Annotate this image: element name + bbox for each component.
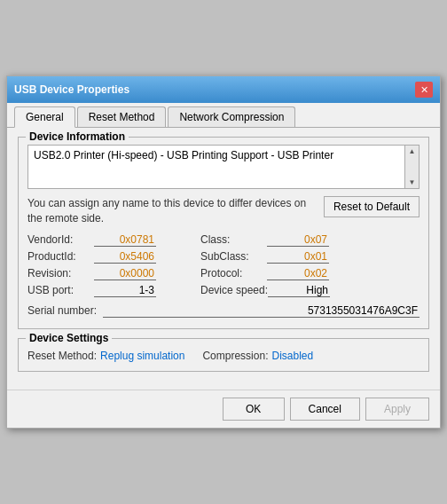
tab-content: Device Information USB2.0 Printer (Hi-sp…	[7, 128, 440, 390]
vendor-row: VendorId: 0x0781	[27, 233, 156, 247]
protocol-row: Protocol: 0x02	[200, 267, 330, 280]
title-bar: USB Device Properties ✕	[7, 76, 440, 103]
revision-label: Revision:	[27, 267, 94, 280]
fields-container: VendorId: 0x0781 ProductId: 0x5406 Revis…	[27, 233, 420, 301]
serial-label: Serial number:	[27, 304, 103, 317]
product-row: ProductId: 0x5406	[27, 250, 156, 264]
device-description: You can assign any name to this device t…	[27, 196, 324, 226]
main-window: USB Device Properties ✕ General Reset Me…	[6, 75, 441, 429]
vendor-label: VendorId:	[27, 233, 94, 246]
device-speed-value: High	[268, 284, 330, 297]
subclass-value: 0x01	[267, 250, 329, 264]
tab-network-compression[interactable]: Network Compression	[168, 106, 295, 127]
product-value: 0x5406	[94, 250, 156, 264]
tab-reset-method[interactable]: Reset Method	[77, 106, 167, 127]
vendor-value: 0x0781	[94, 233, 156, 247]
class-value: 0x07	[267, 233, 329, 247]
revision-value: 0x0000	[94, 267, 156, 280]
protocol-value: 0x02	[267, 267, 329, 280]
subclass-label: SubClass:	[200, 250, 267, 263]
reset-to-default-button[interactable]: Reset to Default	[324, 196, 420, 217]
cancel-button[interactable]: Cancel	[290, 398, 360, 421]
window-title: USB Device Properties	[14, 83, 129, 96]
settings-row: Reset Method: Replug simulation Compress…	[27, 350, 420, 362]
reset-method-item: Reset Method: Replug simulation	[27, 350, 184, 362]
left-fields: VendorId: 0x0781 ProductId: 0x5406 Revis…	[27, 233, 156, 301]
serial-row: Serial number: 5731355031476A9C3F	[27, 304, 420, 318]
tab-bar: General Reset Method Network Compression	[7, 103, 440, 128]
scrollbar[interactable]: ▲ ▼	[404, 146, 419, 188]
tab-general[interactable]: General	[14, 106, 75, 128]
right-fields: Class: 0x07 SubClass: 0x01 Protocol: 0x0…	[200, 233, 330, 301]
description-row: You can assign any name to this device t…	[27, 196, 420, 226]
product-label: ProductId:	[27, 250, 94, 263]
scroll-down-icon[interactable]: ▼	[407, 177, 418, 188]
device-info-group-label: Device Information	[26, 130, 129, 143]
subclass-row: SubClass: 0x01	[200, 250, 330, 264]
revision-row: Revision: 0x0000	[27, 267, 156, 280]
usb-port-value: 1-3	[94, 284, 156, 297]
class-label: Class:	[200, 233, 267, 246]
device-speed-row: Device speed: High	[200, 284, 330, 297]
compression-item: Compression: Disabled	[202, 350, 313, 362]
device-info-textbox: USB2.0 Printer (Hi-speed) - USB Printing…	[27, 145, 420, 189]
serial-value: 5731355031476A9C3F	[103, 304, 420, 318]
compression-label: Compression:	[202, 350, 268, 362]
device-settings-group-label: Device Settings	[26, 332, 112, 344]
reset-method-value: Replug simulation	[100, 350, 184, 362]
device-speed-label: Device speed:	[200, 284, 268, 296]
usb-port-row: USB port: 1-3	[27, 284, 156, 297]
scroll-up-icon[interactable]: ▲	[407, 146, 418, 157]
compression-value: Disabled	[271, 350, 313, 362]
ok-button[interactable]: OK	[223, 398, 285, 421]
footer: OK Cancel Apply	[7, 390, 440, 428]
device-info-group: Device Information USB2.0 Printer (Hi-sp…	[18, 137, 429, 329]
reset-method-label: Reset Method:	[27, 350, 97, 362]
close-button[interactable]: ✕	[415, 82, 433, 98]
protocol-label: Protocol:	[200, 267, 267, 280]
class-row: Class: 0x07	[200, 233, 330, 247]
device-settings-group: Device Settings Reset Method: Replug sim…	[18, 338, 429, 372]
apply-button[interactable]: Apply	[365, 398, 429, 421]
usb-port-label: USB port:	[27, 284, 94, 296]
